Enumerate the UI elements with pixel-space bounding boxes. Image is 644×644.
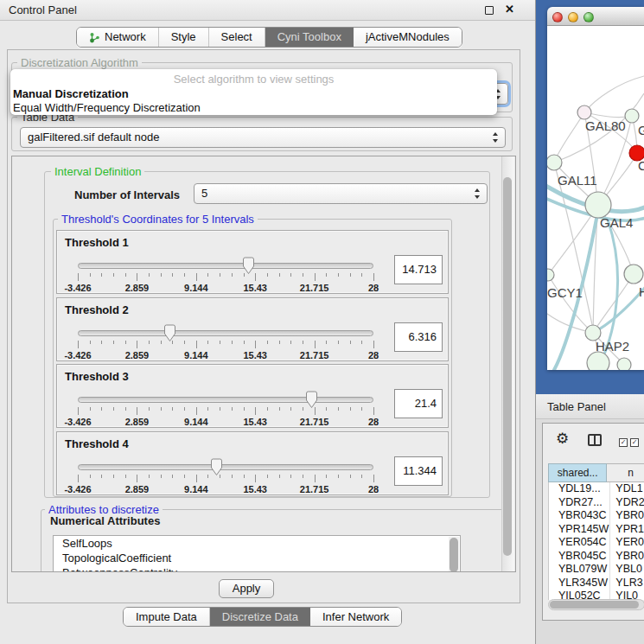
cell-name[interactable]: YLR3 xyxy=(610,577,644,590)
zoom-traffic-light-icon[interactable] xyxy=(583,12,594,22)
slider-scale-label: 28 xyxy=(368,417,379,427)
tick-mark xyxy=(290,407,291,411)
network-canvas[interactable]: GAL80 G. C GAL11 GAL4 GCY1 H HAP2 xyxy=(547,26,644,370)
column-header-name[interactable]: n xyxy=(607,463,644,482)
slider-scale-label: 9.144 xyxy=(184,350,208,360)
attribute-list-item[interactable]: SelfLoops xyxy=(54,536,460,551)
cell-shared-name[interactable]: YBR045C xyxy=(549,550,610,564)
cell-shared-name[interactable]: YDR27... xyxy=(549,496,610,510)
table-row[interactable]: YLR345WYLR3 xyxy=(549,577,644,590)
horizontal-scrollbar[interactable] xyxy=(548,599,644,610)
threshold-3-slider[interactable]: -3.4262.8599.14415.4321.71528 xyxy=(78,392,373,428)
slider-track[interactable] xyxy=(78,397,373,403)
threshold-4-slider[interactable]: -3.4262.8599.14415.4321.71528 xyxy=(78,459,373,495)
slider-thumb[interactable] xyxy=(241,257,256,275)
table-row[interactable]: YBR045CYBR0 xyxy=(549,550,644,564)
scrollbar-thumb[interactable] xyxy=(503,177,512,556)
cell-name[interactable]: YDL1 xyxy=(610,482,644,496)
network-node-g[interactable] xyxy=(625,109,639,123)
tick-mark xyxy=(232,341,233,344)
slider-thumb[interactable] xyxy=(209,458,224,476)
table-row[interactable]: YDL19...YDL1 xyxy=(549,482,644,496)
tick-mark xyxy=(279,341,280,344)
tab-style[interactable]: Style xyxy=(159,28,209,47)
panel-scrollbar[interactable] xyxy=(501,156,514,571)
network-node-bottom[interactable] xyxy=(587,352,609,370)
table-row[interactable]: YBL079WYBL0 xyxy=(549,563,644,577)
slider-track[interactable] xyxy=(78,263,373,269)
attribute-list-item[interactable]: TopologicalCoefficient xyxy=(54,551,460,565)
slider-track[interactable] xyxy=(78,464,373,470)
cell-name[interactable]: YBL0 xyxy=(610,563,644,577)
node-label: H xyxy=(639,284,644,299)
cell-name[interactable]: YBR0 xyxy=(610,509,644,523)
list-scrollbar[interactable] xyxy=(449,537,459,572)
scrollbar-thumb[interactable] xyxy=(450,538,458,572)
slider-scale-label: 21.715 xyxy=(300,350,329,360)
attribute-list-item[interactable]: BetweennessCentrality xyxy=(54,565,460,572)
threshold-value-field[interactable]: 6.316 xyxy=(394,322,443,352)
network-node-gal11[interactable] xyxy=(547,155,562,170)
gear-icon[interactable]: ⚙ xyxy=(556,431,569,446)
tab-impute-data[interactable]: Impute Data xyxy=(124,608,210,626)
dropdown-option-manual-discretization[interactable]: Manual Discretization xyxy=(13,87,129,100)
tick-mark xyxy=(207,475,208,478)
threshold-value-field[interactable]: 21.4 xyxy=(394,389,443,418)
select-none-checkbox-icon[interactable]: ✓ xyxy=(630,438,639,447)
network-node-h[interactable] xyxy=(624,265,643,284)
network-node-gal4[interactable] xyxy=(585,192,611,218)
top-tab-bar: Network Style Select Cyni Toolbox jActiv… xyxy=(76,27,462,48)
slider-track[interactable] xyxy=(78,330,373,336)
slider-thumb[interactable] xyxy=(163,324,177,342)
table-row[interactable]: YPR145WYPR1 xyxy=(549,523,644,537)
cell-name[interactable]: YDR2 xyxy=(610,496,644,510)
tick-mark xyxy=(361,273,362,277)
slider-scale-label: 2.859 xyxy=(125,350,150,360)
tick-mark xyxy=(125,341,126,344)
cell-name[interactable]: YPR1 xyxy=(610,523,644,537)
tab-infer-network[interactable]: Infer Network xyxy=(310,608,401,626)
table-row[interactable]: YBR043CYBR0 xyxy=(549,509,644,523)
cell-name[interactable]: YER0 xyxy=(610,536,644,550)
split-columns-icon[interactable] xyxy=(588,434,602,446)
apply-button[interactable]: Apply xyxy=(219,579,274,598)
tab-network[interactable]: Network xyxy=(77,28,159,47)
cell-shared-name[interactable]: YER054C xyxy=(549,536,610,550)
tab-discretize-data[interactable]: Discretize Data xyxy=(210,608,310,626)
cell-shared-name[interactable]: YLR345W xyxy=(549,577,610,590)
select-all-checkbox-icon[interactable]: ✓ xyxy=(619,438,628,447)
tick-mark xyxy=(220,475,220,478)
tick-mark xyxy=(113,341,114,344)
float-window-icon[interactable] xyxy=(485,6,494,15)
table-row[interactable]: YER054CYER0 xyxy=(549,536,644,550)
threshold-1-slider[interactable]: -3.4262.8599.14415.4321.71528 xyxy=(78,258,373,294)
table-row[interactable]: YDR27...YDR2 xyxy=(549,496,644,510)
cell-shared-name[interactable]: YBR043C xyxy=(549,509,610,523)
table-data-combobox[interactable]: galFiltered.sif default node xyxy=(20,127,506,148)
minimize-traffic-light-icon[interactable] xyxy=(568,12,578,22)
window-titlebar[interactable] xyxy=(547,7,644,26)
threshold-value-field[interactable]: 14.713 xyxy=(394,255,443,284)
num-intervals-combobox[interactable]: 5 xyxy=(194,183,488,204)
cell-name[interactable]: YBR0 xyxy=(610,550,644,564)
network-node-gcy1[interactable] xyxy=(547,269,554,281)
network-node-bottom2[interactable] xyxy=(617,358,631,370)
close-icon[interactable]: ✕ xyxy=(505,3,514,16)
network-node-gal80[interactable] xyxy=(577,105,591,119)
cell-shared-name[interactable]: YBL079W xyxy=(549,563,610,577)
column-header-shared-name[interactable]: shared... xyxy=(548,463,607,482)
cell-shared-name[interactable]: YDL19... xyxy=(549,482,610,496)
close-traffic-light-icon[interactable] xyxy=(552,12,563,22)
tick-mark xyxy=(290,475,291,478)
threshold-2-slider[interactable]: -3.4262.8599.14415.4321.71528 xyxy=(78,325,373,361)
tab-cyni-toolbox[interactable]: Cyni Toolbox xyxy=(265,28,354,47)
slider-thumb[interactable] xyxy=(304,391,319,409)
scrollbar-thumb[interactable] xyxy=(550,601,639,609)
dropdown-option-equal-width[interactable]: Equal Width/Frequency Discretization xyxy=(13,101,201,114)
numerical-attributes-list[interactable]: SelfLoopsTopologicalCoefficientBetweenne… xyxy=(53,535,461,572)
tick-mark xyxy=(279,273,280,277)
cell-shared-name[interactable]: YPR145W xyxy=(549,523,610,537)
tab-select[interactable]: Select xyxy=(209,28,265,47)
tab-jactivemnodules[interactable]: jActiveMNodules xyxy=(354,28,462,47)
threshold-value-field[interactable]: 11.344 xyxy=(394,456,443,486)
